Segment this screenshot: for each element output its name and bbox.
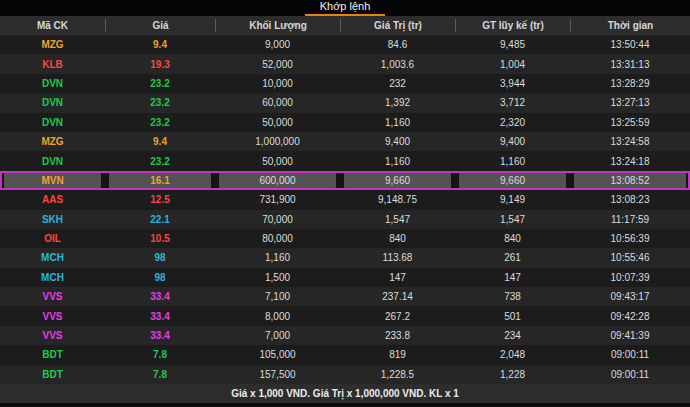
cell-price: 9.4 bbox=[105, 132, 215, 151]
cell-total: 9,400 bbox=[455, 132, 570, 151]
cell-time: 13:28:29 bbox=[570, 74, 690, 93]
cell-value: 232 bbox=[340, 74, 455, 93]
column-header-code: Mã CK bbox=[0, 19, 105, 32]
cell-code: MVN bbox=[0, 171, 105, 190]
cell-code: VVS bbox=[0, 287, 105, 306]
cell-price: 7.8 bbox=[105, 365, 215, 384]
order-matching-panel: Khớp lệnh Mã CK Giá Khối Lượng Giá Trị (… bbox=[0, 0, 690, 407]
cell-total: 261 bbox=[455, 248, 570, 267]
table-row[interactable]: DVN23.250,0001,1602,32013:25:59 bbox=[0, 113, 690, 132]
cell-volume: 731,900 bbox=[215, 190, 340, 209]
cell-code: KLB bbox=[0, 54, 105, 73]
cell-value: 1,160 bbox=[340, 113, 455, 132]
cell-price: 98 bbox=[105, 248, 215, 267]
cell-code: DVN bbox=[0, 113, 105, 132]
cell-time: 10:56:39 bbox=[570, 229, 690, 248]
cell-time: 13:25:59 bbox=[570, 113, 690, 132]
cell-code: MZG bbox=[0, 132, 105, 151]
cell-time: 10:07:39 bbox=[570, 268, 690, 287]
cell-time: 13:31:13 bbox=[570, 54, 690, 73]
table-row[interactable]: VVS33.48,000267.250109:42:28 bbox=[0, 306, 690, 325]
table-row[interactable]: DVN23.250,0001,1601,16013:24:18 bbox=[0, 151, 690, 170]
cell-time: 13:08:52 bbox=[570, 171, 690, 190]
table-row[interactable]: BDT7.8157,5001,228.51,22809:00:11 bbox=[0, 365, 690, 384]
cell-volume: 105,000 bbox=[215, 345, 340, 364]
column-header-time: Thời gian bbox=[570, 19, 690, 32]
cell-code: BDT bbox=[0, 365, 105, 384]
cell-price: 19.3 bbox=[105, 54, 215, 73]
cell-time: 13:27:13 bbox=[570, 93, 690, 112]
cell-code: DVN bbox=[0, 93, 105, 112]
table-header: Mã CK Giá Khối Lượng Giá Trị (tr) GT lũy… bbox=[0, 16, 690, 35]
cell-time: 09:43:17 bbox=[570, 287, 690, 306]
table-row-selected[interactable]: MVN16.1600,0009,6609,66013:08:52 bbox=[0, 171, 690, 190]
cell-total: 234 bbox=[455, 326, 570, 345]
table-row[interactable]: KLB19.352,0001,003.61,00413:31:13 bbox=[0, 54, 690, 73]
cell-value: 267.2 bbox=[340, 306, 455, 325]
cell-time: 09:00:11 bbox=[570, 345, 690, 364]
column-header-volume: Khối Lượng bbox=[215, 19, 340, 32]
cell-value: 9,148.75 bbox=[340, 190, 455, 209]
cell-price: 23.2 bbox=[105, 151, 215, 170]
cell-value: 1,160 bbox=[340, 151, 455, 170]
cell-total: 9,660 bbox=[455, 171, 570, 190]
cell-time: 11:17:59 bbox=[570, 210, 690, 229]
cell-value: 233.8 bbox=[340, 326, 455, 345]
table-row[interactable]: AAS12.5731,9009,148.759,14913:08:23 bbox=[0, 190, 690, 209]
table-body: MZG9.49,00084.69,48513:50:44KLB19.352,00… bbox=[0, 35, 690, 384]
table-row[interactable]: MCH981,50014714710:07:39 bbox=[0, 268, 690, 287]
cell-volume: 157,500 bbox=[215, 365, 340, 384]
cell-value: 9,660 bbox=[340, 171, 455, 190]
cell-price: 98 bbox=[105, 268, 215, 287]
table-row[interactable]: MCH981,160113.6826110:55:46 bbox=[0, 248, 690, 267]
cell-code: BDT bbox=[0, 345, 105, 364]
cell-value: 1,228.5 bbox=[340, 365, 455, 384]
cell-price: 9.4 bbox=[105, 35, 215, 54]
cell-code: VVS bbox=[0, 306, 105, 325]
table-row[interactable]: BDT7.8105,0008192,04809:00:11 bbox=[0, 345, 690, 364]
cell-time: 13:50:44 bbox=[570, 35, 690, 54]
table-row[interactable]: OIL10.580,00084084010:56:39 bbox=[0, 229, 690, 248]
cell-code: MCH bbox=[0, 268, 105, 287]
cell-value: 1,547 bbox=[340, 210, 455, 229]
column-header-value: Giá Trị (tr) bbox=[340, 19, 455, 32]
cell-code: MZG bbox=[0, 35, 105, 54]
table-row[interactable]: SKH22.170,0001,5471,54711:17:59 bbox=[0, 210, 690, 229]
cell-price: 23.2 bbox=[105, 93, 215, 112]
cell-price: 7.8 bbox=[105, 345, 215, 364]
cell-price: 16.1 bbox=[105, 171, 215, 190]
table-row[interactable]: MZG9.41,000,0009,4009,40013:24:58 bbox=[0, 132, 690, 151]
cell-volume: 10,000 bbox=[215, 74, 340, 93]
table-row[interactable]: VVS33.47,100237.1473809:43:17 bbox=[0, 287, 690, 306]
cell-value: 840 bbox=[340, 229, 455, 248]
cell-total: 147 bbox=[455, 268, 570, 287]
cell-total: 501 bbox=[455, 306, 570, 325]
cell-value: 113.68 bbox=[340, 248, 455, 267]
table-row[interactable]: VVS33.47,000233.823409:41:39 bbox=[0, 326, 690, 345]
cell-volume: 9,000 bbox=[215, 35, 340, 54]
cell-total: 3,712 bbox=[455, 93, 570, 112]
cell-price: 33.4 bbox=[105, 306, 215, 325]
page-title: Khớp lệnh bbox=[314, 0, 377, 13]
column-header-price: Giá bbox=[105, 19, 215, 32]
cell-total: 9,149 bbox=[455, 190, 570, 209]
cell-time: 13:08:23 bbox=[570, 190, 690, 209]
cell-price: 33.4 bbox=[105, 287, 215, 306]
cell-total: 1,228 bbox=[455, 365, 570, 384]
cell-price: 33.4 bbox=[105, 326, 215, 345]
tab-khop-lenh[interactable]: Khớp lệnh bbox=[305, 0, 385, 16]
table-row[interactable]: DVN23.260,0001,3923,71213:27:13 bbox=[0, 93, 690, 112]
cell-time: 10:55:46 bbox=[570, 248, 690, 267]
cell-volume: 60,000 bbox=[215, 93, 340, 112]
cell-volume: 70,000 bbox=[215, 210, 340, 229]
cell-price: 23.2 bbox=[105, 113, 215, 132]
cell-code: OIL bbox=[0, 229, 105, 248]
table-row[interactable]: MZG9.49,00084.69,48513:50:44 bbox=[0, 35, 690, 54]
table-row[interactable]: DVN23.210,0002323,94413:28:29 bbox=[0, 74, 690, 93]
cell-total: 840 bbox=[455, 229, 570, 248]
cell-time: 09:41:39 bbox=[570, 326, 690, 345]
cell-value: 9,400 bbox=[340, 132, 455, 151]
cell-volume: 50,000 bbox=[215, 151, 340, 170]
cell-code: AAS bbox=[0, 190, 105, 209]
cell-time: 13:24:58 bbox=[570, 132, 690, 151]
